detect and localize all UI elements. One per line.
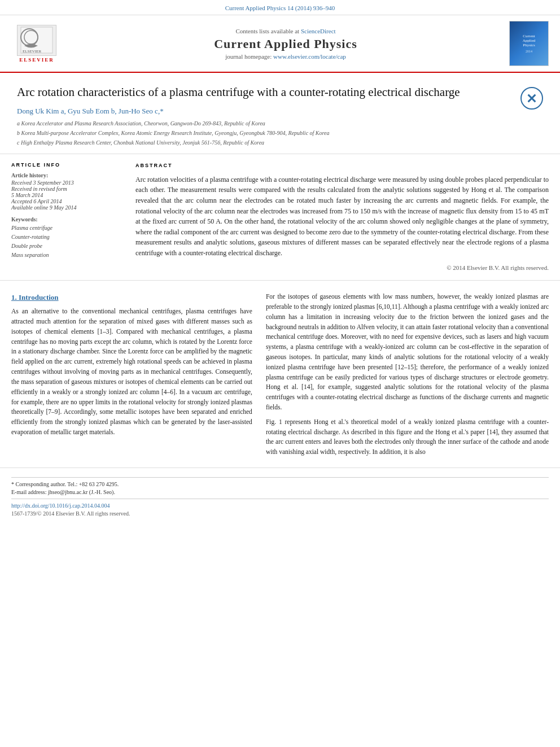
intro-paragraph-3: Fig. 1 represents Hong et al.'s theoreti…	[266, 417, 549, 457]
keyword-1: Plasma centrifuge	[11, 224, 124, 233]
affiliation-c: c High Enthalpy Plasma Research Center, …	[17, 138, 509, 147]
svg-point-1	[24, 30, 38, 44]
body-content: 1. Introduction As an alternative to the…	[0, 281, 560, 468]
cover-line2: Applied	[523, 38, 536, 43]
keyword-3: Double probe	[11, 242, 124, 251]
keywords-block: Keywords: Plasma centrifuge Counter-rota…	[11, 216, 124, 260]
intro-paragraph-1: As an alternative to the conventional me…	[11, 307, 252, 438]
elsevier-text: ELSEVIER	[19, 57, 54, 63]
authors: Dong Uk Kim a, Gyu Sub Eom b, Jun-Ho Seo…	[17, 107, 509, 116]
crossmark-badge[interactable]	[520, 87, 543, 110]
article-info-label: ARTICLE INFO	[11, 162, 124, 168]
accepted-date: Accepted 6 April 2014	[11, 198, 124, 204]
footer: * Corresponding author. Tel.: +82 63 270…	[0, 468, 560, 519]
abstract-column: ABSTRACT Arc rotation velocities of a pl…	[135, 162, 549, 272]
affiliations: a Korea Accelerator and Plasma Research …	[17, 119, 509, 147]
elsevier-logo: ELSEVIER ELSEVIER	[11, 25, 62, 63]
journal-header-center: Contents lists available at ScienceDirec…	[62, 28, 509, 60]
article-title-block: Arc rotation characteristics of a plasma…	[17, 84, 509, 148]
email-author: (J.-H. Seo).	[89, 489, 115, 495]
abstract-text: Arc rotation velocities of a plasma cent…	[135, 174, 549, 259]
sciencedirect-link[interactable]: ScienceDirect	[301, 28, 336, 34]
journal-volume-link[interactable]: Current Applied Physics 14 (2014) 936–94…	[225, 5, 335, 11]
cover-line3: Physics	[523, 43, 535, 47]
doi-line: http://dx.doi.org/10.1016/j.cap.2014.04.…	[11, 503, 549, 509]
homepage-link[interactable]: www.elsevier.com/locate/cap	[273, 53, 346, 60]
journal-cover: Current Applied Physics 2014	[509, 21, 549, 66]
revised-label: Received in revised form	[11, 186, 124, 192]
copyright-text: © 2014 Elsevier B.V. All rights reserved…	[135, 263, 549, 273]
keyword-4: Mass separation	[11, 251, 124, 260]
keyword-2: Counter-rotating	[11, 233, 124, 242]
elsevier-logo-image: ELSEVIER	[17, 25, 56, 56]
journal-homepage: journal homepage: www.elsevier.com/locat…	[62, 53, 509, 60]
cover-line1: Current	[523, 34, 535, 38]
article-title: Arc rotation characteristics of a plasma…	[17, 84, 509, 100]
email-link[interactable]: jhseo@jbnu.ac.kr	[48, 489, 88, 495]
doi-link[interactable]: http://dx.doi.org/10.1016/j.cap.2014.04.…	[11, 503, 110, 509]
crossmark-icon	[525, 91, 539, 105]
email-label: E-mail address:	[11, 489, 46, 495]
intro-paragraph-2: For the isotopes of gaseous elements wit…	[266, 292, 549, 413]
history-label: Article history:	[11, 172, 124, 178]
cover-year: 2014	[526, 50, 532, 53]
contents-line: Contents lists available at ScienceDirec…	[62, 28, 509, 34]
affiliation-a: a Korea Accelerator and Plasma Research …	[17, 119, 509, 128]
footer-divider2	[11, 499, 549, 499]
received-date: Received 3 September 2013	[11, 180, 124, 186]
body-right-column: For the isotopes of gaseous elements wit…	[266, 292, 549, 462]
email-line: E-mail address: jhseo@jbnu.ac.kr (J.-H. …	[11, 489, 549, 495]
article-zone: Arc rotation characteristics of a plasma…	[0, 73, 560, 154]
body-left-column: 1. Introduction As an alternative to the…	[11, 292, 252, 462]
corresponding-note: * Corresponding author. Tel.: +82 63 270…	[11, 481, 549, 487]
article-info-abstract: ARTICLE INFO Article history: Received 3…	[0, 154, 560, 281]
issn-line: 1567-1739/© 2014 Elsevier B.V. All right…	[11, 510, 549, 517]
top-bar: Current Applied Physics 14 (2014) 936–94…	[0, 0, 560, 15]
svg-text:ELSEVIER: ELSEVIER	[23, 49, 41, 54]
section1-heading: 1. Introduction	[11, 292, 252, 303]
article-info-column: ARTICLE INFO Article history: Received 3…	[11, 162, 124, 272]
article-history-block: Article history: Received 3 September 20…	[11, 172, 124, 211]
journal-title: Current Applied Physics	[62, 37, 509, 51]
footer-divider	[11, 477, 549, 478]
affiliation-b: b Korea Multi-purpose Accelerator Comple…	[17, 129, 509, 137]
abstract-label: ABSTRACT	[135, 162, 549, 170]
revised-date: 5 March 2014	[11, 192, 124, 198]
available-date: Available online 9 May 2014	[11, 204, 124, 211]
keywords-label: Keywords:	[11, 216, 124, 222]
article-header-row: Arc rotation characteristics of a plasma…	[17, 84, 543, 148]
journal-header: ELSEVIER ELSEVIER Contents lists availab…	[0, 15, 560, 73]
